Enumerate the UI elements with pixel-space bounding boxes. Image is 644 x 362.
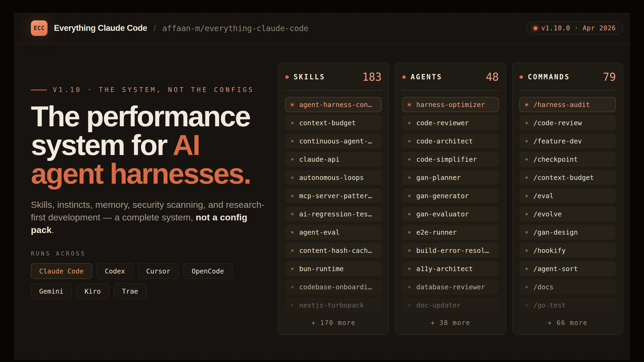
item-label: code-reviewer [416, 119, 469, 127]
card-count: 48 [486, 71, 499, 83]
item-label: /docs [533, 283, 554, 291]
list-item[interactable]: claude-api [285, 152, 382, 167]
item-dot-icon [291, 140, 294, 142]
card-count: 79 [603, 71, 616, 83]
item-dot-icon [408, 176, 411, 179]
list-item[interactable]: content-hash-cache-p… [285, 243, 382, 258]
harness-chip-label: Kiro [85, 287, 101, 295]
card-dot-icon [519, 75, 523, 79]
item-label: harness-optimizer [416, 101, 485, 109]
item-label: code-architect [416, 137, 473, 145]
harness-chip[interactable]: Codex [97, 263, 133, 279]
item-dot-icon [291, 304, 294, 306]
item-dot-icon [291, 231, 294, 234]
item-dot-icon [291, 195, 294, 197]
list-item[interactable]: /feature-dev [519, 134, 616, 149]
harness-chip[interactable]: Cursor [138, 263, 179, 279]
list-item[interactable]: /eval [519, 188, 616, 203]
list-item[interactable]: harness-optimizer [402, 97, 499, 112]
list-item[interactable]: ai-regression-testing [285, 206, 382, 221]
item-dot-icon [291, 213, 294, 215]
item-label: database-reviewer [416, 283, 485, 291]
list-item[interactable]: agent-harness-constr… [285, 97, 382, 112]
footer: 310 SKILLS + AGENTS + CMDS 7 HARNESSES E… [28, 353, 616, 360]
dashed-divider [285, 90, 382, 91]
item-dot-icon [525, 104, 528, 106]
list-item[interactable]: /code-review [519, 115, 616, 130]
header: ECC Everything Claude Code / affaan-m/ev… [14, 13, 630, 44]
list-item[interactable]: code-reviewer [402, 115, 499, 130]
harness-chip[interactable]: Kiro [76, 283, 109, 299]
main-content: V1.10 · THE SYSTEM, NOT THE CONFIGS The … [31, 44, 623, 335]
list-item[interactable]: codebase-onboarding [285, 279, 382, 294]
list-item[interactable]: context-budget [285, 115, 382, 130]
list-item[interactable]: a11y-architect [402, 261, 499, 276]
list-item[interactable]: /evolve [519, 206, 616, 221]
harness-chip-label: Claude Code [39, 267, 84, 275]
harness-chip[interactable]: Claude Code [31, 263, 92, 279]
breadcrumb-repo-link[interactable]: affaan-m/everything-claude-code [162, 24, 308, 33]
item-label: code-simplifier [416, 156, 477, 163]
card-title: SKILLS [294, 73, 325, 81]
dashed-divider [402, 90, 499, 91]
list-item[interactable]: doc-updater [402, 298, 499, 313]
item-label: claude-api [299, 156, 340, 163]
hero-subtitle: Skills, instincts, memory, security scan… [31, 198, 267, 236]
heading-line1: The performance [31, 100, 250, 132]
ecc-logo[interactable]: ECC [31, 20, 47, 36]
list-item[interactable]: e2e-runner [402, 225, 499, 240]
list-item[interactable]: agent-eval [285, 225, 382, 240]
list-item[interactable]: code-simplifier [402, 152, 499, 167]
item-dot-icon [408, 158, 411, 161]
list-item[interactable]: /harness-audit [519, 97, 616, 112]
list-item[interactable]: /checkpoint [519, 152, 616, 167]
more-items-link[interactable]: + 170 more [278, 319, 389, 327]
eyebrow: V1.10 · THE SYSTEM, NOT THE CONFIGS [31, 86, 278, 94]
list-item[interactable]: gan-evaluator [402, 206, 499, 221]
item-label: /checkpoint [533, 156, 578, 163]
harness-chip[interactable]: OpenCode [183, 263, 232, 279]
more-items-link[interactable]: + 38 more [395, 319, 506, 327]
list-item[interactable]: /agent-sort [519, 261, 616, 276]
item-dot-icon [525, 195, 528, 197]
list-item[interactable]: autonomous-loops [285, 170, 382, 185]
list-item[interactable]: code-architect [402, 134, 499, 149]
list-item[interactable]: /context-budget [519, 170, 616, 185]
list-item[interactable]: mcp-server-patterns [285, 188, 382, 203]
page-title: The performancesystem for AIagent harnes… [31, 102, 278, 188]
item-dot-icon [408, 140, 411, 142]
item-label: /agent-sort [533, 265, 578, 273]
item-dot-icon [291, 122, 294, 124]
list-item[interactable]: continuous-agent-loop [285, 134, 382, 149]
item-dot-icon [525, 249, 528, 252]
item-label: /harness-audit [533, 101, 590, 109]
list-item[interactable]: build-error-resolver [402, 243, 499, 258]
version-badge-label: v1.10.0 · Apr 2026 [541, 24, 616, 32]
item-dot-icon [291, 104, 294, 106]
item-dot-icon [525, 286, 528, 288]
collection-cards: SKILLS 183 agent-harness-constr… [278, 44, 623, 335]
harness-chip-label: Trae [122, 287, 138, 295]
list-item[interactable]: /go-test [519, 298, 616, 313]
more-items-link[interactable]: + 66 more [513, 319, 623, 327]
list-item[interactable]: nextjs-turbopack [285, 298, 382, 313]
item-dot-icon [525, 140, 528, 142]
card-header: AGENTS 48 [402, 71, 499, 83]
item-label: mcp-server-patterns [299, 192, 376, 200]
list-item[interactable]: /gan-design [519, 225, 616, 240]
item-label: autonomous-loops [299, 174, 364, 182]
list-item[interactable]: gan-generator [402, 188, 499, 203]
item-label: build-error-resolver [416, 247, 493, 254]
card-dot-icon [402, 75, 406, 79]
list-item[interactable]: database-reviewer [402, 279, 499, 294]
list-item[interactable]: /docs [519, 279, 616, 294]
list-item[interactable]: /hookify [519, 243, 616, 258]
card-title: COMMANDS [528, 73, 570, 81]
list-item[interactable]: gan-planner [402, 170, 499, 185]
dashed-divider [519, 90, 616, 91]
eyebrow-label: V1.10 · THE SYSTEM, NOT THE CONFIGS [53, 86, 254, 94]
list-item[interactable]: bun-runtime [285, 261, 382, 276]
item-label: nextjs-turbopack [299, 301, 364, 309]
harness-chip[interactable]: Gemini [31, 283, 72, 299]
harness-chip[interactable]: Trae [114, 283, 147, 299]
